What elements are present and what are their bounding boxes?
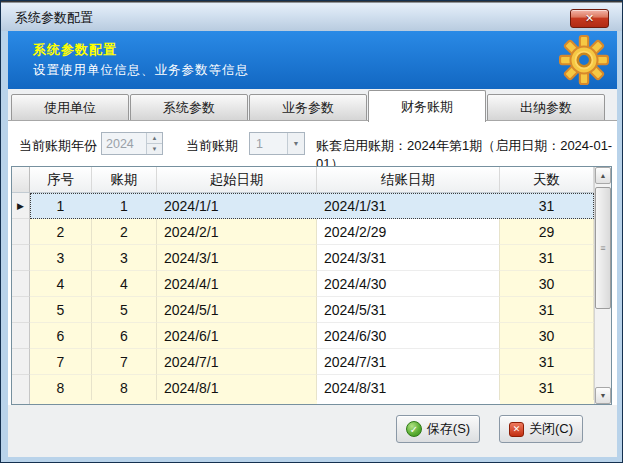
table-row[interactable]: ▶ 2 2 2024/2/1 2024/2/29 29 bbox=[12, 219, 594, 245]
cell-end-date[interactable]: 2024/1/31 bbox=[317, 193, 500, 219]
col-header-days[interactable]: 天数 bbox=[500, 167, 594, 193]
cell-days[interactable]: 31 bbox=[500, 245, 594, 271]
cell-days[interactable]: 31 bbox=[500, 297, 594, 323]
cell-end-date[interactable]: 2024/5/31 bbox=[317, 297, 500, 323]
titlebar: 系统参数配置 ✕ bbox=[1, 1, 622, 31]
save-check-icon: ✓ bbox=[406, 421, 422, 437]
cell-seq[interactable]: 8 bbox=[30, 375, 92, 401]
cell-start-date[interactable]: 2024/4/1 bbox=[157, 271, 317, 297]
cell-period[interactable]: 3 bbox=[92, 245, 157, 271]
cell-start-date[interactable]: 2024/2/1 bbox=[157, 219, 317, 245]
cell-period[interactable]: 8 bbox=[92, 375, 157, 401]
scroll-down-icon[interactable]: ▼ bbox=[595, 387, 611, 404]
cell-seq[interactable]: 2 bbox=[30, 219, 92, 245]
close-button[interactable]: ✕ 关闭(C) bbox=[499, 415, 583, 443]
tab-label: 使用单位 bbox=[44, 99, 96, 117]
table-row[interactable]: ▶ 7 7 2024/7/1 2024/7/31 31 bbox=[12, 349, 594, 375]
current-period-dropdown[interactable]: 1 ▼ bbox=[249, 132, 305, 155]
cell-end-date[interactable]: 2024/3/31 bbox=[317, 245, 500, 271]
row-indicator: ▶ bbox=[12, 297, 30, 323]
table-row[interactable]: ▶ 1 1 2024/1/1 2024/1/31 31 bbox=[12, 193, 594, 219]
vertical-scrollbar[interactable]: ▲ ≡ ▼ bbox=[594, 167, 611, 404]
tab-strip: 使用单位 系统参数 业务参数 财务账期 出纳参数 bbox=[8, 89, 617, 121]
current-period-label: 当前账期 bbox=[186, 137, 238, 155]
table-row[interactable]: ▶ 3 3 2024/3/1 2024/3/31 31 bbox=[12, 245, 594, 271]
tab-fiscal-period[interactable]: 财务账期 bbox=[368, 90, 486, 122]
fiscal-period-page: 当前账期年份 ▲ ▼ 当前账期 1 ▼ 账套启用账期：2024年第1期（启用日期… bbox=[8, 120, 617, 405]
cell-start-date[interactable]: 2024/5/1 bbox=[157, 297, 317, 323]
spinner-up-icon[interactable]: ▲ bbox=[147, 133, 162, 144]
cell-end-date[interactable]: 2024/4/30 bbox=[317, 271, 500, 297]
cell-period[interactable]: 5 bbox=[92, 297, 157, 323]
row-indicator: ▶ bbox=[12, 349, 30, 375]
col-header-seq[interactable]: 序号 bbox=[30, 167, 92, 193]
spinner-buttons[interactable]: ▲ ▼ bbox=[146, 133, 162, 154]
cell-start-date[interactable]: 2024/7/1 bbox=[157, 349, 317, 375]
cell-start-date[interactable]: 2024/8/1 bbox=[157, 375, 317, 401]
chevron-down-icon[interactable]: ▼ bbox=[287, 133, 304, 154]
current-year-label: 当前账期年份 bbox=[19, 137, 97, 155]
row-indicator: ▶ bbox=[12, 375, 30, 401]
cell-days[interactable]: 30 bbox=[500, 271, 594, 297]
cell-period[interactable]: 2 bbox=[92, 219, 157, 245]
row-indicator: ▶ bbox=[12, 271, 30, 297]
cell-days[interactable]: 30 bbox=[500, 323, 594, 349]
table-row-partial bbox=[12, 400, 594, 404]
window-close-button[interactable]: ✕ bbox=[570, 9, 609, 28]
close-x-icon: ✕ bbox=[509, 422, 524, 437]
spinner-down-icon[interactable]: ▼ bbox=[147, 144, 162, 154]
col-header-start[interactable]: 起始日期 bbox=[157, 167, 317, 193]
cell-days[interactable]: 29 bbox=[500, 219, 594, 245]
row-indicator: ▶ bbox=[12, 193, 30, 219]
cell-seq[interactable]: 7 bbox=[30, 349, 92, 375]
cell-seq[interactable]: 6 bbox=[30, 323, 92, 349]
save-button-label: 保存(S) bbox=[427, 420, 470, 438]
table-scroll-area: 序号 账期 起始日期 结账日期 天数 ▶ 1 1 2024/1/1 2024/1… bbox=[12, 167, 594, 404]
tab-business-params[interactable]: 业务参数 bbox=[249, 94, 367, 121]
current-year-spinner[interactable]: ▲ ▼ bbox=[101, 132, 163, 155]
row-indicator: ▶ bbox=[12, 323, 30, 349]
scrollbar-thumb[interactable]: ≡ bbox=[595, 187, 611, 309]
close-button-label: 关闭(C) bbox=[529, 420, 573, 438]
save-button[interactable]: ✓ 保存(S) bbox=[396, 415, 480, 443]
tab-label: 业务参数 bbox=[282, 99, 334, 117]
cell-end-date[interactable]: 2024/7/31 bbox=[317, 349, 500, 375]
tab-usage-unit[interactable]: 使用单位 bbox=[11, 94, 129, 121]
cell-period[interactable]: 1 bbox=[92, 193, 157, 219]
current-row-arrow-icon: ▶ bbox=[17, 201, 24, 211]
cell-seq[interactable]: 4 bbox=[30, 271, 92, 297]
table-row[interactable]: ▶ 4 4 2024/4/1 2024/4/30 30 bbox=[12, 271, 594, 297]
cell-end-date[interactable]: 2024/6/30 bbox=[317, 323, 500, 349]
system-params-dialog: { "window": { "title": "系统参数配置" }, "bann… bbox=[0, 0, 623, 463]
cell-seq[interactable]: 3 bbox=[30, 245, 92, 271]
tab-label: 出纳参数 bbox=[520, 99, 572, 117]
header-banner: 系统参数配置 设置使用单位信息、业务参数等信息 bbox=[8, 31, 617, 89]
cell-seq[interactable]: 5 bbox=[30, 297, 92, 323]
table-header-row: 序号 账期 起始日期 结账日期 天数 bbox=[12, 167, 594, 193]
current-period-value: 1 bbox=[250, 133, 287, 154]
col-header-end[interactable]: 结账日期 bbox=[317, 167, 500, 193]
tab-system-params[interactable]: 系统参数 bbox=[130, 94, 248, 121]
cell-start-date[interactable]: 2024/1/1 bbox=[157, 193, 317, 219]
cell-seq[interactable]: 1 bbox=[30, 193, 92, 219]
row-indicator: ▶ bbox=[12, 245, 30, 271]
tab-cashier-params[interactable]: 出纳参数 bbox=[487, 94, 605, 121]
cell-period[interactable]: 6 bbox=[92, 323, 157, 349]
cell-days[interactable]: 31 bbox=[500, 375, 594, 401]
cell-days[interactable]: 31 bbox=[500, 193, 594, 219]
row-indicator-header bbox=[12, 167, 30, 193]
col-header-period[interactable]: 账期 bbox=[92, 167, 157, 193]
cell-end-date[interactable]: 2024/2/29 bbox=[317, 219, 500, 245]
table-row[interactable]: ▶ 8 8 2024/8/1 2024/8/31 31 bbox=[12, 375, 594, 401]
current-year-input[interactable] bbox=[102, 133, 146, 154]
cell-start-date[interactable]: 2024/3/1 bbox=[157, 245, 317, 271]
cell-start-date[interactable]: 2024/6/1 bbox=[157, 323, 317, 349]
cell-end-date[interactable]: 2024/8/31 bbox=[317, 375, 500, 401]
table-row[interactable]: ▶ 5 5 2024/5/1 2024/5/31 31 bbox=[12, 297, 594, 323]
cell-period[interactable]: 4 bbox=[92, 271, 157, 297]
gear-icon bbox=[559, 35, 609, 85]
scroll-up-icon[interactable]: ▲ bbox=[595, 167, 611, 184]
cell-period[interactable]: 7 bbox=[92, 349, 157, 375]
table-row[interactable]: ▶ 6 6 2024/6/1 2024/6/30 30 bbox=[12, 323, 594, 349]
cell-days[interactable]: 31 bbox=[500, 349, 594, 375]
